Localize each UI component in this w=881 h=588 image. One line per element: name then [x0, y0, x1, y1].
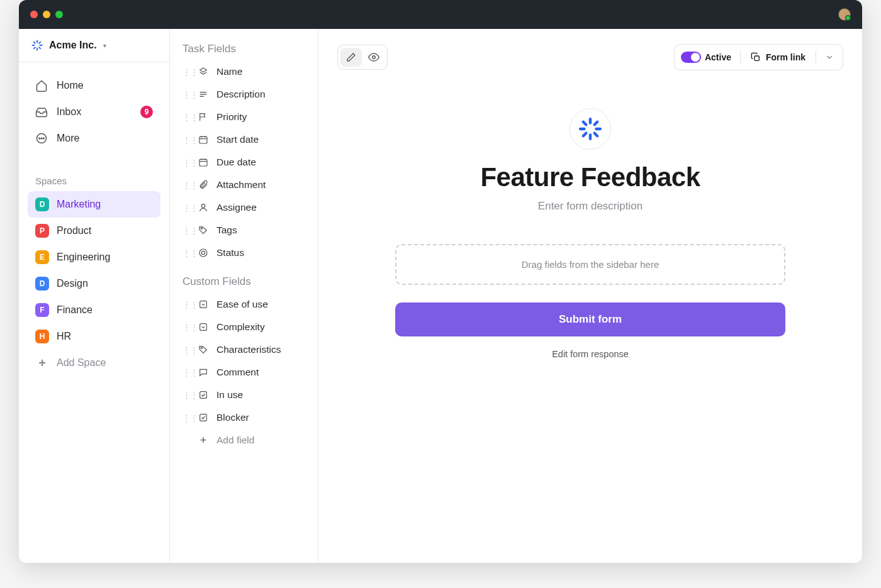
svg-line-40: [583, 133, 586, 136]
nav-more[interactable]: More: [28, 125, 160, 152]
drag-handle-icon[interactable]: ⋮⋮: [182, 113, 190, 122]
nav-label: More: [57, 133, 79, 144]
active-toggle[interactable]: [681, 52, 701, 63]
drag-handle-icon[interactable]: ⋮⋮: [182, 300, 190, 309]
svg-line-36: [583, 122, 586, 125]
svg-point-9: [39, 138, 40, 139]
sidebar-space-engineering[interactable]: EEngineering: [28, 244, 160, 270]
home-icon: [35, 79, 48, 92]
drag-handle-icon[interactable]: ⋮⋮: [182, 323, 190, 332]
tag-icon: [198, 344, 209, 355]
sidebar-space-design[interactable]: DDesign: [28, 270, 160, 297]
field-label: Due date: [216, 157, 256, 168]
svg-rect-33: [755, 56, 759, 60]
field-item-characteristics[interactable]: ⋮⋮Characteristics: [177, 338, 310, 361]
field-item-ease-of-use[interactable]: ⋮⋮Ease of use: [177, 293, 310, 316]
drag-handle-icon[interactable]: ⋮⋮: [182, 368, 190, 377]
sidebar-space-finance[interactable]: FFinance: [28, 297, 160, 323]
mode-toggle: [337, 45, 388, 70]
drag-handle-icon[interactable]: ⋮⋮: [182, 135, 190, 145]
form-description-placeholder[interactable]: Enter form description: [395, 200, 785, 213]
checkbox-icon: [198, 389, 209, 401]
sidebar-space-product[interactable]: PProduct: [28, 218, 160, 244]
dropdown-icon: [198, 321, 209, 333]
svg-rect-31: [200, 414, 207, 421]
copy-icon: [751, 52, 761, 62]
svg-line-41: [595, 122, 597, 125]
svg-line-6: [34, 47, 35, 48]
field-label: In use: [216, 389, 243, 401]
field-item-tags[interactable]: ⋮⋮Tags: [177, 219, 310, 241]
sidebar-space-marketing[interactable]: DMarketing: [28, 191, 160, 218]
spaces-heading: Spaces: [28, 167, 160, 191]
edit-mode-button[interactable]: [340, 48, 362, 67]
drag-handle-icon[interactable]: ⋮⋮: [182, 226, 190, 235]
window-minimize-button[interactable]: [43, 11, 50, 18]
window-close-button[interactable]: [30, 11, 38, 18]
drag-handle-icon[interactable]: ⋮⋮: [182, 345, 190, 355]
field-item-priority[interactable]: ⋮⋮Priority: [177, 106, 310, 128]
user-avatar[interactable]: [838, 8, 851, 21]
drag-handle-icon[interactable]: ⋮⋮: [182, 203, 190, 213]
plus-icon: +: [35, 356, 49, 370]
space-label: Engineering: [57, 252, 110, 263]
field-label: Status: [216, 247, 244, 258]
form-logo[interactable]: [570, 108, 611, 150]
space-badge: P: [35, 224, 49, 238]
calendar-icon: [198, 157, 209, 168]
drag-handle-icon[interactable]: ⋮⋮: [182, 413, 190, 423]
window-maximize-button[interactable]: [55, 11, 63, 18]
drag-handle-icon[interactable]: ⋮⋮: [182, 248, 190, 258]
field-item-attachment[interactable]: ⋮⋮Attachment: [177, 174, 310, 196]
add-space-button[interactable]: + Add Space: [28, 350, 160, 376]
svg-line-7: [39, 42, 40, 43]
svg-point-10: [41, 138, 42, 139]
drag-handle-icon[interactable]: ⋮⋮: [182, 180, 190, 190]
svg-rect-15: [199, 136, 207, 143]
add-field-label: Add field: [216, 435, 254, 446]
space-label: Design: [57, 278, 88, 289]
field-label: Blocker: [216, 412, 249, 423]
fields-dropzone[interactable]: Drag fields from the sidebar here: [395, 244, 785, 285]
field-item-assignee[interactable]: ⋮⋮Assignee: [177, 196, 310, 219]
drag-handle-icon[interactable]: ⋮⋮: [182, 391, 190, 400]
field-item-in-use[interactable]: ⋮⋮In use: [177, 384, 310, 406]
text-icon: [198, 89, 209, 100]
field-label: Name: [216, 66, 242, 77]
edit-response-link[interactable]: Edit form response: [395, 349, 785, 359]
field-item-complexity[interactable]: ⋮⋮Complexity: [177, 316, 310, 338]
space-label: Finance: [57, 304, 93, 316]
nav-home[interactable]: Home: [28, 72, 160, 99]
field-item-blocker[interactable]: ⋮⋮Blocker: [177, 406, 310, 429]
nav-inbox[interactable]: Inbox 9: [28, 99, 160, 125]
person-icon: [198, 202, 209, 213]
svg-point-11: [43, 138, 45, 139]
field-item-start-date[interactable]: ⋮⋮Start date: [177, 128, 310, 151]
form-title[interactable]: Feature Feedback: [395, 162, 785, 192]
inbox-badge: 9: [140, 106, 153, 118]
title-icon: [198, 66, 209, 77]
field-item-status[interactable]: ⋮⋮Status: [177, 241, 310, 264]
svg-line-37: [595, 133, 597, 136]
field-item-description[interactable]: ⋮⋮Description: [177, 83, 310, 106]
svg-line-2: [34, 42, 35, 43]
submit-button[interactable]: Submit form: [395, 302, 785, 336]
drag-handle-icon[interactable]: ⋮⋮: [182, 158, 190, 167]
add-field-button[interactable]: ⋮⋮ + Add field: [177, 429, 310, 452]
svg-rect-19: [199, 159, 207, 166]
field-label: Description: [216, 89, 266, 100]
workspace-switcher[interactable]: Acme Inc. ▾: [19, 29, 169, 62]
more-options-button[interactable]: [820, 48, 839, 67]
svg-rect-27: [200, 301, 207, 308]
drag-handle-icon[interactable]: ⋮⋮: [182, 90, 190, 99]
field-item-comment[interactable]: ⋮⋮Comment: [177, 361, 310, 384]
titlebar: [19, 0, 862, 29]
active-label: Active: [705, 52, 736, 62]
sidebar-space-hr[interactable]: HHR: [28, 323, 160, 350]
field-item-due-date[interactable]: ⋮⋮Due date: [177, 151, 310, 174]
field-item-name[interactable]: ⋮⋮Name: [177, 60, 310, 83]
field-label: Attachment: [216, 179, 266, 191]
form-link-button[interactable]: Form link: [744, 52, 812, 62]
preview-mode-button[interactable]: [363, 48, 384, 67]
drag-handle-icon[interactable]: ⋮⋮: [182, 67, 190, 77]
